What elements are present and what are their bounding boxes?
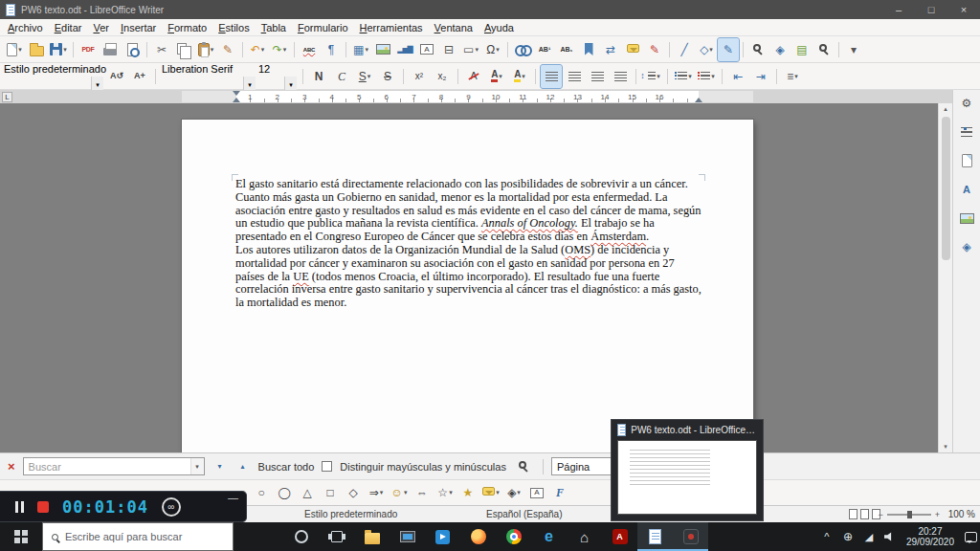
insert-image-button[interactable]: [372, 38, 393, 61]
insert-textbox-button[interactable]: A: [416, 38, 437, 61]
link-icon[interactable]: ∞: [162, 497, 181, 517]
show-draw-functions-button[interactable]: ✎: [718, 38, 739, 61]
document-text[interactable]: El gasto sanitario está directamente rel…: [235, 178, 704, 310]
callouts-button[interactable]: ▾: [480, 481, 501, 504]
left-indent-marker[interactable]: [233, 98, 240, 102]
insert-bookmark-button[interactable]: [578, 38, 599, 61]
maximize-button[interactable]: □: [915, 0, 947, 19]
print-button[interactable]: [100, 38, 121, 61]
right-indent-marker[interactable]: [695, 98, 702, 102]
page-style-status[interactable]: Estilo predeterminado: [304, 509, 397, 519]
align-center-button[interactable]: [564, 65, 585, 88]
insert-text-box-button[interactable]: A: [526, 481, 547, 504]
zoom-slider-handle[interactable]: [907, 511, 912, 518]
menu-ayuda[interactable]: Ayuda: [479, 21, 520, 34]
minimize-button[interactable]: –: [882, 0, 915, 19]
spelling-button[interactable]: ABC: [299, 38, 320, 61]
copy-button[interactable]: [173, 38, 194, 61]
first-line-indent-marker[interactable]: [233, 91, 240, 96]
menu-formulario[interactable]: Formulario: [292, 21, 354, 34]
app-screen-recorder[interactable]: [673, 522, 708, 551]
vertical-scrollbar[interactable]: ▴ ▾: [938, 103, 952, 452]
menu-tabla[interactable]: Tabla: [256, 21, 292, 34]
app-firefox[interactable]: [460, 522, 496, 551]
scrollbar-thumb[interactable]: [942, 117, 950, 260]
insert-endnote-button[interactable]: AB₁: [556, 38, 577, 61]
fontwork-button[interactable]: F: [549, 481, 570, 504]
insert-footnote-button[interactable]: AB¹: [534, 38, 555, 61]
app-chrome[interactable]: [496, 522, 531, 551]
font-color-button[interactable]: A▾: [486, 65, 507, 88]
symbol-shapes-button[interactable]: ☺▾: [389, 481, 410, 504]
new-document-button[interactable]: ▾: [4, 38, 25, 61]
match-case-checkbox[interactable]: [322, 461, 332, 472]
document-area[interactable]: El gasto sanitario está directamente rel…: [0, 103, 939, 452]
multi-page-view-button[interactable]: [860, 509, 869, 519]
save-button[interactable]: ▾: [48, 38, 69, 61]
insert-page-break-button[interactable]: ⊟: [438, 38, 459, 61]
ordered-list-button[interactable]: ▾: [696, 65, 717, 88]
page-tab[interactable]: [956, 151, 977, 170]
horizontal-ruler[interactable]: 12345678910111213141516: [0, 90, 952, 103]
cortana-button[interactable]: [283, 522, 319, 551]
taskbar-search-input[interactable]: Escribe aquí para buscar: [42, 522, 234, 551]
block-arrows-button[interactable]: ⇒▾: [366, 481, 387, 504]
unordered-list-button[interactable]: ▾: [673, 65, 694, 88]
italic-button[interactable]: C: [331, 65, 352, 88]
gallery-tab[interactable]: [956, 209, 977, 228]
scroll-up-button[interactable]: ▴: [944, 103, 947, 115]
menu-ver[interactable]: Ver: [87, 21, 115, 34]
menu-estilos[interactable]: Estilos: [212, 21, 255, 34]
network-icon[interactable]: ⊕: [838, 522, 858, 551]
app-monitor[interactable]: [390, 522, 425, 551]
language-status[interactable]: Español (España): [486, 509, 563, 519]
find-next-button[interactable]: ▾: [212, 458, 228, 475]
zoom-in-button[interactable]: +: [935, 510, 940, 519]
formatting-marks-button[interactable]: ¶: [321, 38, 342, 61]
minimize-recorder-button[interactable]: —: [228, 492, 238, 503]
document-page[interactable]: El gasto sanitario está directamente rel…: [182, 120, 753, 452]
close-button[interactable]: ×: [947, 0, 980, 19]
insert-table-button[interactable]: ▦▾: [350, 38, 371, 61]
double-arrow-button[interactable]: ⇔: [412, 481, 433, 504]
insert-cross-reference-button[interactable]: ⇄: [600, 38, 621, 61]
app-writer[interactable]: [637, 522, 673, 551]
find-replace-button[interactable]: [747, 38, 768, 61]
zoom-out-button[interactable]: −: [878, 510, 882, 519]
export-pdf-button[interactable]: PDF: [78, 38, 99, 61]
font-size-combo[interactable]: 12 ▾: [258, 59, 297, 94]
menu-herramientas[interactable]: Herramientas: [354, 21, 429, 34]
insert-triangle-button[interactable]: △: [297, 481, 318, 504]
volume-icon[interactable]: [880, 522, 900, 551]
subscript-button[interactable]: x₂: [432, 65, 453, 88]
print-preview-button[interactable]: [122, 38, 143, 61]
redo-button[interactable]: ↷▾: [269, 38, 290, 61]
start-button[interactable]: [0, 522, 42, 551]
highlight-color-button[interactable]: A▾: [509, 65, 530, 88]
hidden-icons-button[interactable]: ^: [817, 522, 836, 551]
preview-thumbnail[interactable]: [617, 440, 757, 515]
tab-stop-selector[interactable]: L: [2, 92, 12, 102]
find-and-replace-button[interactable]: [514, 455, 535, 478]
bold-button[interactable]: N: [308, 65, 329, 88]
zoom-level[interactable]: 100 %: [948, 509, 975, 519]
new-style-button[interactable]: A+: [129, 65, 150, 88]
sidebar-settings-button[interactable]: ⚙: [956, 94, 977, 113]
menu-insertar[interactable]: Insertar: [115, 21, 162, 34]
menu-formato[interactable]: Formato: [162, 21, 212, 34]
combo-arrow-icon[interactable]: ▾: [190, 458, 204, 474]
justify-button[interactable]: [610, 65, 631, 88]
decrease-indent-button[interactable]: ⇤: [727, 65, 748, 88]
star-button[interactable]: ★: [457, 481, 479, 504]
navigator-button[interactable]: ◈: [769, 38, 791, 61]
line-spacing-button[interactable]: ▾: [641, 65, 662, 88]
track-changes-button[interactable]: ✎: [644, 38, 665, 61]
cut-button[interactable]: ✂: [151, 38, 172, 61]
insert-chart-button[interactable]: ▂▅▇: [394, 38, 415, 61]
strikethrough-button[interactable]: S: [377, 65, 398, 88]
superscript-button[interactable]: x²: [409, 65, 430, 88]
styles-tab[interactable]: A: [956, 180, 977, 199]
paragraph-style-combo[interactable]: Estilo predeterminado ▾: [4, 59, 103, 94]
insert-square-button[interactable]: □: [320, 481, 341, 504]
insert-diamond-button[interactable]: ◇: [343, 481, 364, 504]
